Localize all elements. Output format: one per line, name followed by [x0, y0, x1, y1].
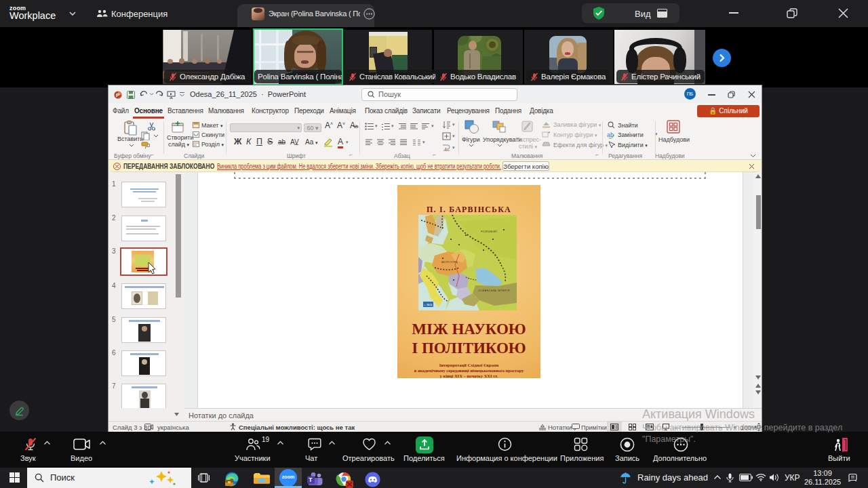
- svg-text:РОСІЙСЬКА ІМП.: РОСІЙСЬКА ІМП.: [481, 230, 498, 233]
- svg-text:АВСТРО-УГОРЩ.: АВСТРО-УГОРЩ.: [441, 261, 458, 264]
- svg-text:T: T: [309, 476, 313, 483]
- svg-text:ОСМАНСЬКА ІМПЕРІЯ: ОСМАНСЬКА ІМПЕРІЯ: [478, 289, 510, 292]
- svg-text:с. ЗАХІД: с. ЗАХІД: [425, 304, 433, 306]
- svg-text:P: P: [116, 92, 120, 98]
